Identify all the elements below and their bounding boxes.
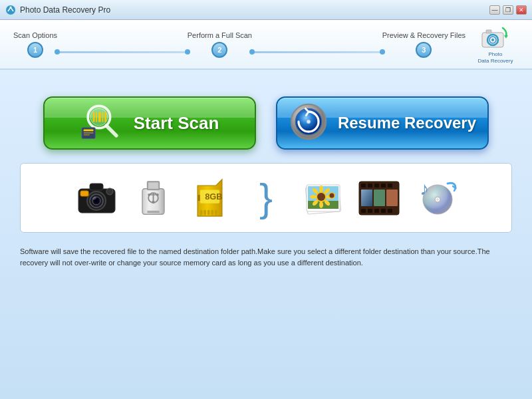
- title-bar: Photo Data Recovery Pro — ❐ ✕: [0, 0, 532, 20]
- svg-rect-10: [96, 112, 97, 122]
- svg-point-21: [307, 120, 311, 124]
- svg-text:♪: ♪: [420, 178, 429, 199]
- svg-rect-76: [388, 209, 392, 213]
- logo-icon: [479, 25, 511, 51]
- buttons-row: Start Scan: [20, 96, 512, 150]
- wizard-steps: Scan Options 1 Perform a Full Scan 2 Pre…: [7, 31, 472, 58]
- svg-rect-46: [214, 210, 217, 215]
- svg-rect-12: [102, 112, 103, 122]
- info-text: Software will save the recovered file to…: [20, 246, 512, 268]
- restore-button[interactable]: ❐: [503, 5, 513, 15]
- step-line-1-2: [57, 51, 188, 53]
- svg-rect-78: [374, 190, 385, 206]
- close-button[interactable]: ✕: [516, 5, 527, 15]
- start-scan-button[interactable]: Start Scan: [43, 96, 256, 150]
- svg-rect-43: [203, 210, 206, 215]
- svg-rect-40: [147, 211, 159, 213]
- step-1-label: Scan Options: [13, 31, 57, 39]
- step-line-2-3: [252, 51, 382, 53]
- info-text-area: Software will save the recovered file to…: [20, 246, 512, 268]
- svg-rect-9: [92, 112, 94, 122]
- resume-recovery-label: Resume Recovery: [338, 114, 476, 132]
- svg-rect-45: [211, 210, 213, 215]
- svg-rect-17: [83, 132, 93, 133]
- scan-icon: [80, 100, 127, 146]
- svg-rect-28: [90, 184, 103, 190]
- svg-rect-67: [361, 184, 366, 188]
- usb-drive-icon: [128, 172, 178, 225]
- svg-rect-79: [386, 190, 398, 206]
- svg-point-56: [319, 201, 323, 208]
- resume-recovery-button[interactable]: Resume Recovery: [276, 96, 489, 150]
- title-text: Photo Data Recovery Pro: [20, 5, 110, 15]
- svg-rect-73: [368, 209, 372, 213]
- svg-line-14: [106, 126, 116, 136]
- film-strip-icon: [354, 172, 404, 225]
- title-controls: — ❐ ✕: [489, 5, 527, 15]
- svg-rect-68: [368, 184, 372, 188]
- svg-rect-70: [381, 184, 386, 188]
- logo-area: Photo Data Recovery: [472, 23, 519, 66]
- svg-rect-18: [83, 134, 89, 135]
- photo-icon: [298, 172, 348, 225]
- svg-rect-39: [152, 201, 154, 203]
- svg-point-65: [329, 193, 334, 198]
- svg-rect-69: [374, 184, 379, 188]
- step-2-circle: 2: [211, 42, 227, 58]
- svg-rect-74: [374, 209, 379, 213]
- music-disc-icon: ♪: [411, 172, 461, 225]
- step-1-circle: 1: [27, 42, 43, 58]
- start-scan-label: Start Scan: [134, 113, 219, 134]
- svg-rect-33: [148, 183, 158, 189]
- svg-rect-44: [207, 210, 209, 215]
- svg-rect-29: [80, 191, 88, 196]
- resume-icon: [289, 102, 331, 144]
- svg-point-37: [148, 194, 150, 196]
- step-3-label: Preview & Recovery Files: [382, 31, 466, 39]
- minimize-button[interactable]: —: [489, 5, 500, 15]
- svg-rect-75: [381, 209, 386, 213]
- wizard-header: Scan Options 1 Perform a Full Scan 2 Pre…: [0, 20, 532, 70]
- svg-point-1: [10, 6, 12, 8]
- media-panel: 8GB }: [20, 163, 512, 233]
- svg-point-63: [317, 193, 325, 201]
- svg-point-5: [491, 39, 494, 41]
- svg-point-84: [436, 198, 439, 201]
- svg-rect-13: [104, 112, 106, 122]
- svg-point-38: [156, 194, 159, 196]
- svg-rect-49: [198, 195, 200, 201]
- step-2-label: Perform a Full Scan: [188, 31, 252, 39]
- svg-rect-16: [83, 130, 93, 132]
- brace-separator: }: [241, 172, 291, 225]
- svg-rect-6: [486, 30, 491, 33]
- app-icon: [5, 5, 16, 15]
- svg-rect-72: [361, 209, 366, 213]
- camera-icon: [72, 172, 122, 225]
- svg-rect-71: [388, 184, 392, 188]
- svg-rect-42: [200, 210, 202, 215]
- svg-point-55: [319, 186, 323, 192]
- svg-point-57: [310, 195, 317, 199]
- svg-point-26: [94, 199, 98, 203]
- step-3-circle: 3: [416, 42, 432, 58]
- main-content: Start Scan: [0, 70, 532, 399]
- step-3: Preview & Recovery Files 3: [382, 31, 466, 58]
- step-1: Scan Options 1: [13, 31, 57, 58]
- step-2: Perform a Full Scan 2: [188, 31, 252, 58]
- svg-point-30: [106, 188, 113, 195]
- svg-rect-80: [361, 190, 372, 206]
- title-bar-left: Photo Data Recovery Pro: [5, 5, 110, 15]
- svg-rect-11: [98, 112, 101, 122]
- logo-text: Photo Data Recovery: [478, 51, 513, 64]
- sd-card-icon: 8GB: [185, 172, 235, 225]
- svg-text:8GB: 8GB: [205, 192, 222, 201]
